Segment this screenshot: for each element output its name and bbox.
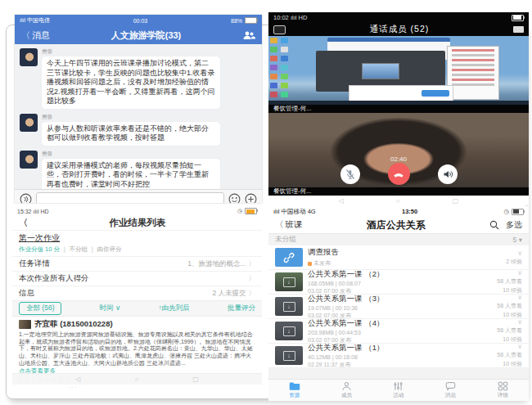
batch-grade-button[interactable]: 批量评分 bbox=[228, 304, 255, 313]
multi-select-button[interactable]: 多选 bbox=[506, 219, 522, 231]
empty-space bbox=[268, 368, 529, 379]
grade-action-link[interactable]: 请评分 bbox=[19, 386, 138, 388]
info-row[interactable]: 信息 2 人未提交 〉 bbox=[12, 286, 262, 300]
unpublished-icon bbox=[308, 262, 312, 266]
tab-activities[interactable]: 活动 bbox=[372, 380, 425, 401]
hd-label: HD bbox=[298, 14, 307, 21]
chevron-down-icon[interactable]: ∨ bbox=[497, 269, 522, 277]
all-scores-row[interactable]: 本次作业所有人得分 〉 bbox=[12, 271, 262, 286]
page-title: 作业结果列表 bbox=[28, 217, 247, 229]
avatar[interactable] bbox=[20, 151, 38, 169]
battery-icon bbox=[245, 208, 257, 214]
status-time: 10:02 bbox=[273, 14, 289, 21]
chat-message-list[interactable]: 樊蓉 今天上午四节课用的云班课录播加讨论模式，第二三节课比较卡，学生反映的问题也… bbox=[15, 44, 262, 189]
folder-icon bbox=[289, 381, 300, 391]
menu-icon[interactable] bbox=[513, 26, 524, 33]
message-bubble[interactable]: 建议采用录播模式的老师，每段视频尽量拍短一些，否则打开费时，看的时候，一半卡了学… bbox=[42, 159, 220, 189]
resource-item-video[interactable]: ↓ 公共关系第一课 （2） 168.05MB | 00:08:07 03.02 … bbox=[268, 270, 529, 295]
call-title: 通话成员 (52) bbox=[286, 24, 513, 35]
tab-members[interactable]: 成员 bbox=[321, 380, 373, 401]
resource-item-video[interactable]: ↓ 公共关系第一课 （4） 203.98MB | 00:44:53 03.02 … bbox=[268, 319, 529, 344]
resource-item-video[interactable]: ↓ 公共关系第一课 （1） 40.12MB | 00:18:08 02.29 1… bbox=[268, 344, 529, 368]
group-filter-row[interactable]: 未分组 5 ▾ bbox=[268, 234, 529, 245]
search-icon[interactable] bbox=[489, 220, 499, 230]
signal-icon: ılıl bbox=[291, 14, 297, 21]
tab-details[interactable]: 详情 bbox=[476, 380, 529, 401]
shared-desktop-view[interactable] bbox=[268, 36, 529, 105]
message-bubble[interactable]: 今天上午四节课用的云班课录播加讨论模式，第二三节课比较卡，学生反映的问题也比较集… bbox=[42, 56, 220, 109]
dialog-button bbox=[422, 90, 449, 97]
signal-icon: ılıl bbox=[20, 17, 25, 23]
back-chevron-icon: 〈 bbox=[21, 29, 30, 42]
battery-icon bbox=[245, 17, 257, 24]
dropdown-arrow-icon: ▾ bbox=[519, 236, 522, 244]
back-chevron-icon: 〈 bbox=[275, 219, 284, 231]
chat-message: 樊蓉 建议采用录播模式的老师，每段视频尽量拍短一些，否则打开费时，看的时候，一半… bbox=[20, 151, 257, 189]
signal-icon: ılıl bbox=[33, 209, 38, 214]
assignment-header: 第一次作业 作业分值 10 分 ｜ 不分组 ｜ 由你评分 bbox=[12, 231, 262, 256]
download-icon: ↓ bbox=[283, 326, 295, 336]
android-back-icon[interactable]: ◁ bbox=[339, 197, 344, 205]
android-home-icon[interactable]: ○ bbox=[134, 376, 138, 383]
resource-item-link[interactable]: 调查报告 未发布 ∨ 2 经验 bbox=[268, 245, 529, 270]
android-back-icon[interactable]: ◁ bbox=[75, 376, 80, 383]
camera-video-feed[interactable]: 02:40 bbox=[268, 113, 529, 187]
screen-share-icon[interactable] bbox=[273, 25, 286, 34]
task-detail-row[interactable]: 任务详情 1、旅游地的概念... 〉 bbox=[12, 256, 262, 271]
desktop-icons bbox=[270, 38, 291, 98]
chat-status-bar: ılıl 中国电信 00:03 88% bbox=[15, 15, 262, 26]
chevron-down-icon[interactable]: ∨ bbox=[497, 343, 522, 350]
android-nav-bar: ◁ ○ ▢ bbox=[12, 373, 262, 385]
avatar[interactable] bbox=[20, 48, 38, 66]
call-controls bbox=[268, 163, 529, 185]
homework-nav-bar: 〈 作业结果列表 bbox=[12, 216, 262, 231]
clock-icon: ◷ bbox=[237, 208, 242, 214]
assignment-title[interactable]: 第一次作业 bbox=[19, 232, 255, 244]
member-list-panel bbox=[447, 46, 499, 100]
android-home-icon[interactable]: ○ bbox=[396, 197, 400, 205]
back-chevron-icon[interactable]: 〈 bbox=[19, 217, 28, 229]
collage-canvas: ılıl 中国电信 00:03 88% 〈 消息 人文旅游学院(33) bbox=[0, 0, 532, 405]
chevron-right-icon: 〉 bbox=[249, 259, 256, 269]
link-resource-icon bbox=[275, 248, 303, 267]
group-members-icon[interactable] bbox=[242, 30, 255, 40]
android-recents-icon[interactable]: ▢ bbox=[453, 197, 459, 205]
filter-all-chip[interactable]: 全部 (56) bbox=[19, 302, 61, 315]
back-button[interactable]: 〈 消息 bbox=[21, 29, 50, 42]
message-input[interactable] bbox=[36, 192, 224, 203]
student-name: 齐宜菲 (18150010228) bbox=[34, 319, 113, 330]
download-icon: ↓ bbox=[283, 277, 295, 287]
call-header: 通话成员 (52) bbox=[268, 23, 529, 36]
grid-icon bbox=[498, 381, 508, 391]
android-recents-icon[interactable]: ▢ bbox=[192, 376, 199, 383]
homework-screenshot: 15:32 ılıl HD ◷ 〈 作业结果列表 第一次作业 作业分值 10 分… bbox=[12, 206, 262, 388]
call-status-bar: 10:02 ılıl HD bbox=[268, 12, 529, 23]
battery-icon bbox=[512, 15, 524, 21]
back-button[interactable]: 〈 班课 bbox=[275, 219, 303, 231]
sort-order-button[interactable]: ↑由先到后 bbox=[159, 304, 190, 313]
course-screenshot: ılıl 中国移动 4G 13:50 ◷ 〈 班课 酒店公共关系 多选 bbox=[268, 206, 529, 401]
status-time: 00:03 bbox=[133, 18, 148, 24]
plus-icon[interactable] bbox=[245, 193, 257, 204]
battery-percent: 88% bbox=[231, 18, 242, 24]
emoji-icon[interactable] bbox=[228, 193, 241, 204]
message-bubble[interactable]: 从参与人数和听课效率来看还是不错的，绝大部分都可以做到收看教学视频，按时答题 bbox=[42, 122, 220, 146]
tab-messages[interactable]: 消息 bbox=[425, 380, 477, 401]
sender-name: 樊蓉 bbox=[42, 151, 220, 158]
dialog-window bbox=[349, 85, 453, 101]
resource-item-video[interactable]: ↓ 公共关系第一课 （3） 19.07MB | 00:10:36 03.02 0… bbox=[268, 295, 529, 319]
mute-mic-button[interactable] bbox=[340, 164, 360, 184]
signal-icon: ılıl bbox=[273, 208, 280, 215]
tab-resources[interactable]: 资源 bbox=[268, 380, 321, 401]
chevron-down-icon[interactable]: ∨ bbox=[497, 318, 522, 326]
avatar[interactable] bbox=[20, 114, 38, 132]
sort-time-button[interactable]: 时间 ∨ bbox=[100, 304, 121, 313]
desktop-taskbar bbox=[268, 101, 529, 105]
chevron-down-icon[interactable]: ∨ bbox=[506, 250, 522, 257]
course-nav-bar: 〈 班课 酒店公共关系 多选 bbox=[268, 217, 529, 234]
speaker-name-label: 餐饮管理-何... bbox=[268, 187, 529, 196]
voice-input-icon[interactable] bbox=[20, 193, 32, 204]
chevron-down-icon[interactable]: ∨ bbox=[497, 294, 522, 301]
hang-up-button[interactable] bbox=[388, 163, 410, 185]
speaker-button[interactable] bbox=[438, 164, 458, 184]
